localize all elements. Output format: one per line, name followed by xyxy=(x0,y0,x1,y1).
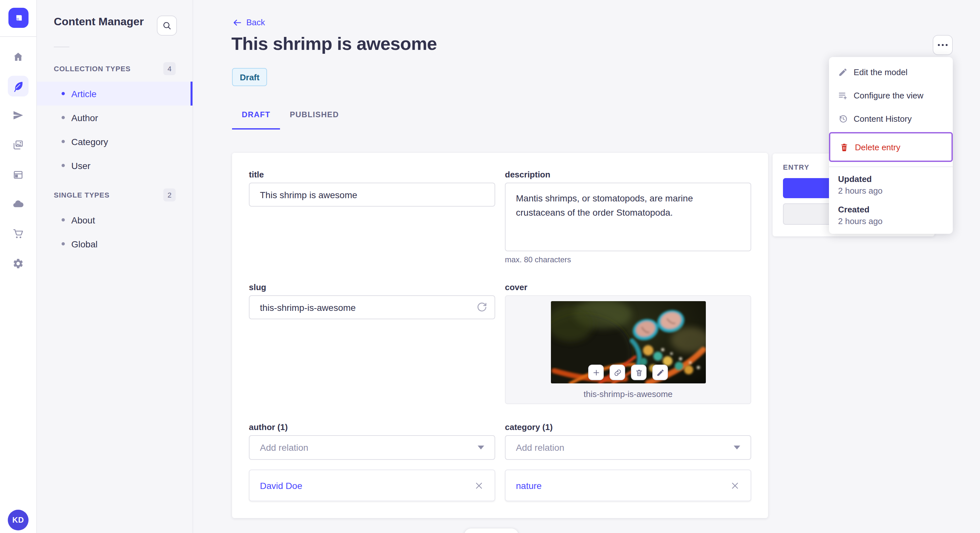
menu-item-label: Content History xyxy=(854,114,912,124)
cover-image[interactable] xyxy=(550,301,705,383)
panel-title: Content Manager xyxy=(54,16,144,29)
sidebar-divider xyxy=(54,47,69,47)
releases-icon[interactable] xyxy=(8,105,29,125)
strapi-admin: KD Content Manager COLLECTION TYPES 4 Ar… xyxy=(0,0,980,533)
created-value: 2 hours ago xyxy=(838,216,944,226)
created-label: Created xyxy=(838,205,944,214)
menu-item-delete-entry[interactable]: Delete entry xyxy=(830,133,951,160)
menu-item-label: Delete entry xyxy=(855,142,900,152)
version-tabs: DRAFT PUBLISHED xyxy=(232,109,349,130)
menu-item-configure-view[interactable]: Configure the view xyxy=(829,84,953,107)
section-label: COLLECTION TYPES xyxy=(54,65,130,73)
description-hint: max. 80 characters xyxy=(505,255,751,264)
menu-item-content-history[interactable]: Content History xyxy=(829,107,953,130)
description-label: description xyxy=(505,170,751,179)
bullet-icon xyxy=(62,164,65,167)
description-textarea[interactable]: Mantis shrimps, or stomatopods, are mari… xyxy=(505,182,751,251)
content-manager-icon[interactable] xyxy=(8,76,29,97)
strapi-logo[interactable] xyxy=(8,8,29,28)
close-icon xyxy=(474,480,484,490)
sidebar-item-label: Category xyxy=(71,136,108,147)
single-types-header: SINGLE TYPES 2 xyxy=(37,189,192,201)
sidebar-item-label: Global xyxy=(71,239,97,249)
category-label: category (1) xyxy=(505,422,751,432)
link-icon xyxy=(613,368,622,377)
bullet-icon xyxy=(62,92,65,95)
menu-item-label: Edit the model xyxy=(854,67,907,77)
count-badge: 4 xyxy=(163,62,176,75)
slug-label: slug xyxy=(249,282,495,292)
avatar[interactable]: KD xyxy=(8,510,29,530)
edit-media-button[interactable] xyxy=(652,365,668,380)
field-author: author (1) Add relation David Doe xyxy=(249,422,495,501)
marketplace-cart-icon[interactable] xyxy=(8,224,29,244)
bullet-icon xyxy=(62,242,65,246)
category-relation-select[interactable]: Add relation xyxy=(505,435,751,460)
configure-view-icon xyxy=(838,90,848,100)
sidebar-item-about[interactable]: About xyxy=(37,208,192,232)
bottom-pill xyxy=(464,528,519,533)
home-icon[interactable] xyxy=(8,47,29,67)
sidebar-item-article[interactable]: Article xyxy=(37,82,192,106)
tab-published[interactable]: PUBLISHED xyxy=(280,109,348,130)
relation-placeholder: Add relation xyxy=(516,443,564,453)
search-button[interactable] xyxy=(157,16,177,36)
field-description: description Mantis shrimps, or stomatopo… xyxy=(505,170,751,264)
page-title: This shrimp is awesome xyxy=(231,34,437,54)
sidebar-item-author[interactable]: Author xyxy=(37,106,192,130)
chevron-down-icon xyxy=(734,446,740,449)
sidebar-item-label: Article xyxy=(71,89,97,99)
cloud-icon[interactable] xyxy=(8,194,29,214)
collection-types-header: COLLECTION TYPES 4 xyxy=(37,62,192,75)
section-label: SINGLE TYPES xyxy=(54,191,110,199)
author-relation-item: David Doe xyxy=(249,470,495,501)
remove-author-button[interactable] xyxy=(474,480,484,490)
more-actions-button[interactable] xyxy=(933,35,953,55)
regenerate-slug-icon[interactable] xyxy=(476,302,487,313)
relation-link-david-doe[interactable]: David Doe xyxy=(260,480,302,490)
focus-ring: Delete entry xyxy=(829,132,953,162)
sidebar-item-label: Author xyxy=(71,113,98,123)
sidebar-item-label: About xyxy=(71,215,95,225)
bullet-icon xyxy=(62,218,65,222)
entry-meta: Updated 2 hours ago Created 2 hours ago xyxy=(829,173,953,226)
field-slug: slug xyxy=(249,282,495,319)
trash-icon xyxy=(635,368,643,377)
category-relation-item: nature xyxy=(505,470,751,501)
slug-input[interactable] xyxy=(249,295,495,319)
menu-item-edit-model[interactable]: Edit the model xyxy=(829,60,953,84)
sidebar-item-global[interactable]: Global xyxy=(37,232,192,256)
back-arrow-icon xyxy=(232,18,241,27)
cover-filename: this-shrimp-is-awesome xyxy=(584,389,673,399)
sidebar-item-user[interactable]: User xyxy=(37,154,192,178)
copy-link-button[interactable] xyxy=(609,365,625,380)
delete-media-button[interactable] xyxy=(631,365,646,380)
search-icon xyxy=(162,21,172,30)
cover-panel: this-shrimp-is-awesome xyxy=(505,295,751,404)
settings-gear-icon[interactable] xyxy=(8,253,29,274)
history-icon xyxy=(838,114,848,124)
author-label: author (1) xyxy=(249,422,495,432)
status-badge: Draft xyxy=(232,68,267,86)
content-manager-sidebar: Content Manager COLLECTION TYPES 4 Artic… xyxy=(37,0,193,533)
back-link[interactable]: Back xyxy=(232,17,265,27)
title-input[interactable] xyxy=(249,182,495,206)
content-type-builder-icon[interactable] xyxy=(8,165,29,185)
author-relation-select[interactable]: Add relation xyxy=(249,435,495,460)
remove-category-button[interactable] xyxy=(730,480,740,490)
bullet-icon xyxy=(62,140,65,143)
edit-form-card: title description Mantis shrimps, or sto… xyxy=(232,153,768,518)
sidebar-item-label: User xyxy=(71,160,91,171)
chevron-down-icon xyxy=(478,446,484,449)
add-media-button[interactable] xyxy=(588,365,604,380)
relation-link-nature[interactable]: nature xyxy=(516,480,541,490)
rail-divider xyxy=(0,36,36,37)
sidebar-item-category[interactable]: Category xyxy=(37,130,192,154)
tab-draft[interactable]: DRAFT xyxy=(232,109,280,130)
nav-rail: KD xyxy=(0,0,37,533)
menu-item-label: Configure the view xyxy=(854,90,923,100)
relation-placeholder: Add relation xyxy=(260,443,308,453)
bullet-icon xyxy=(62,116,65,119)
media-library-icon[interactable] xyxy=(8,135,29,155)
actions-menu: Edit the model Configure the view Conten… xyxy=(829,57,953,234)
